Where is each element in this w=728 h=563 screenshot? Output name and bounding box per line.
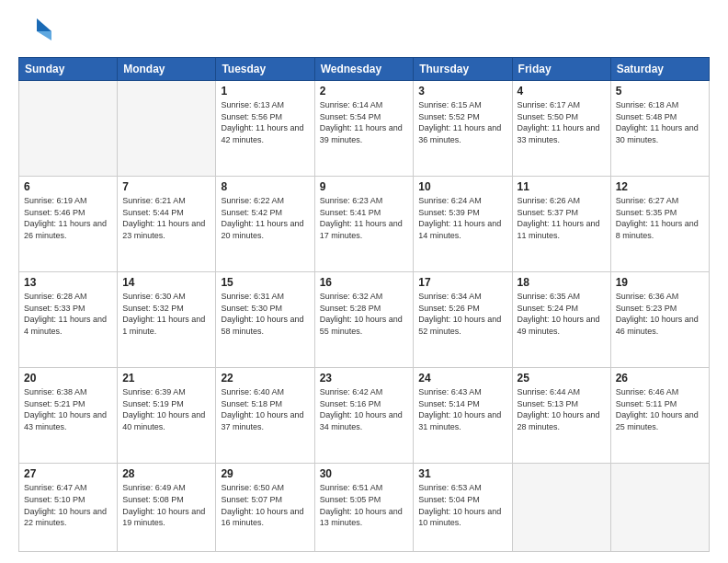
- day-number: 25: [518, 372, 606, 385]
- day-info: Sunrise: 6:49 AMSunset: 5:08 PMDaylight:…: [122, 482, 210, 528]
- table-cell: [19, 81, 118, 177]
- table-cell: 31Sunrise: 6:53 AMSunset: 5:04 PMDayligh…: [414, 464, 512, 552]
- day-info: Sunrise: 6:24 AMSunset: 5:39 PMDaylight:…: [418, 195, 506, 241]
- table-cell: 2Sunrise: 6:14 AMSunset: 5:54 PMDaylight…: [314, 81, 414, 177]
- day-number: 29: [221, 467, 309, 480]
- col-monday: Monday: [118, 58, 216, 81]
- day-number: 11: [518, 180, 606, 193]
- table-cell: 12Sunrise: 6:27 AMSunset: 5:35 PMDayligh…: [610, 177, 709, 272]
- calendar-header-row: Sunday Monday Tuesday Wednesday Thursday…: [19, 58, 710, 81]
- day-number: 16: [320, 276, 409, 289]
- day-number: 2: [320, 85, 409, 98]
- table-cell: 4Sunrise: 6:17 AMSunset: 5:50 PMDaylight…: [512, 81, 610, 177]
- day-number: 28: [122, 467, 210, 480]
- table-cell: 1Sunrise: 6:13 AMSunset: 5:56 PMDaylight…: [216, 81, 314, 177]
- day-info: Sunrise: 6:14 AMSunset: 5:54 PMDaylight:…: [320, 99, 409, 145]
- day-number: 6: [24, 180, 112, 193]
- day-number: 18: [518, 276, 606, 289]
- svg-marker-0: [37, 18, 51, 31]
- day-number: 27: [24, 467, 112, 480]
- table-cell: [118, 81, 216, 177]
- day-info: Sunrise: 6:43 AMSunset: 5:14 PMDaylight:…: [418, 386, 506, 432]
- day-info: Sunrise: 6:38 AMSunset: 5:21 PMDaylight:…: [24, 386, 112, 432]
- day-info: Sunrise: 6:42 AMSunset: 5:16 PMDaylight:…: [320, 386, 409, 432]
- day-info: Sunrise: 6:26 AMSunset: 5:37 PMDaylight:…: [518, 195, 606, 241]
- day-info: Sunrise: 6:17 AMSunset: 5:50 PMDaylight:…: [518, 99, 606, 145]
- day-number: 7: [122, 180, 210, 193]
- table-cell: 8Sunrise: 6:22 AMSunset: 5:42 PMDaylight…: [216, 177, 314, 272]
- col-thursday: Thursday: [414, 58, 512, 81]
- day-info: Sunrise: 6:51 AMSunset: 5:05 PMDaylight:…: [320, 482, 409, 528]
- day-info: Sunrise: 6:13 AMSunset: 5:56 PMDaylight:…: [221, 99, 309, 145]
- table-cell: 23Sunrise: 6:42 AMSunset: 5:16 PMDayligh…: [314, 368, 414, 464]
- day-info: Sunrise: 6:15 AMSunset: 5:52 PMDaylight:…: [418, 99, 506, 145]
- day-number: 10: [418, 180, 506, 193]
- table-cell: 13Sunrise: 6:28 AMSunset: 5:33 PMDayligh…: [19, 272, 118, 368]
- table-cell: 29Sunrise: 6:50 AMSunset: 5:07 PMDayligh…: [216, 464, 314, 552]
- day-number: 26: [616, 372, 704, 385]
- table-cell: 6Sunrise: 6:19 AMSunset: 5:46 PMDaylight…: [19, 177, 118, 272]
- day-number: 21: [122, 372, 210, 385]
- day-info: Sunrise: 6:34 AMSunset: 5:26 PMDaylight:…: [418, 291, 506, 337]
- table-cell: 18Sunrise: 6:35 AMSunset: 5:24 PMDayligh…: [512, 272, 610, 368]
- day-info: Sunrise: 6:47 AMSunset: 5:10 PMDaylight:…: [24, 482, 112, 528]
- day-info: Sunrise: 6:22 AMSunset: 5:42 PMDaylight:…: [221, 195, 309, 241]
- day-info: Sunrise: 6:27 AMSunset: 5:35 PMDaylight:…: [616, 195, 704, 241]
- day-info: Sunrise: 6:21 AMSunset: 5:44 PMDaylight:…: [122, 195, 210, 241]
- day-info: Sunrise: 6:32 AMSunset: 5:28 PMDaylight:…: [320, 291, 409, 337]
- day-number: 14: [122, 276, 210, 289]
- table-cell: 14Sunrise: 6:30 AMSunset: 5:32 PMDayligh…: [118, 272, 216, 368]
- day-info: Sunrise: 6:28 AMSunset: 5:33 PMDaylight:…: [24, 291, 112, 337]
- day-info: Sunrise: 6:18 AMSunset: 5:48 PMDaylight:…: [616, 99, 704, 145]
- day-number: 4: [518, 85, 606, 98]
- day-number: 12: [616, 180, 704, 193]
- col-friday: Friday: [512, 58, 610, 81]
- day-info: Sunrise: 6:36 AMSunset: 5:23 PMDaylight:…: [616, 291, 704, 337]
- day-info: Sunrise: 6:19 AMSunset: 5:46 PMDaylight:…: [24, 195, 112, 241]
- header: [18, 15, 710, 48]
- table-cell: 26Sunrise: 6:46 AMSunset: 5:11 PMDayligh…: [610, 368, 709, 464]
- day-info: Sunrise: 6:35 AMSunset: 5:24 PMDaylight:…: [518, 291, 606, 337]
- table-cell: [610, 464, 709, 552]
- svg-marker-1: [37, 31, 51, 40]
- day-info: Sunrise: 6:40 AMSunset: 5:18 PMDaylight:…: [221, 386, 309, 432]
- table-cell: 19Sunrise: 6:36 AMSunset: 5:23 PMDayligh…: [610, 272, 709, 368]
- day-number: 30: [320, 467, 409, 480]
- table-cell: 10Sunrise: 6:24 AMSunset: 5:39 PMDayligh…: [414, 177, 512, 272]
- table-cell: 7Sunrise: 6:21 AMSunset: 5:44 PMDaylight…: [118, 177, 216, 272]
- day-number: 23: [320, 372, 409, 385]
- day-number: 15: [221, 276, 309, 289]
- table-cell: 25Sunrise: 6:44 AMSunset: 5:13 PMDayligh…: [512, 368, 610, 464]
- table-cell: 28Sunrise: 6:49 AMSunset: 5:08 PMDayligh…: [118, 464, 216, 552]
- table-cell: 16Sunrise: 6:32 AMSunset: 5:28 PMDayligh…: [314, 272, 414, 368]
- day-number: 1: [221, 85, 309, 98]
- day-info: Sunrise: 6:50 AMSunset: 5:07 PMDaylight:…: [221, 482, 309, 528]
- day-info: Sunrise: 6:30 AMSunset: 5:32 PMDaylight:…: [122, 291, 210, 337]
- day-info: Sunrise: 6:44 AMSunset: 5:13 PMDaylight:…: [518, 386, 606, 432]
- logo: [18, 15, 55, 48]
- table-cell: [512, 464, 610, 552]
- day-number: 24: [418, 372, 506, 385]
- day-number: 22: [221, 372, 309, 385]
- day-number: 17: [418, 276, 506, 289]
- table-cell: 27Sunrise: 6:47 AMSunset: 5:10 PMDayligh…: [19, 464, 118, 552]
- col-saturday: Saturday: [610, 58, 709, 81]
- table-cell: 24Sunrise: 6:43 AMSunset: 5:14 PMDayligh…: [414, 368, 512, 464]
- day-number: 31: [418, 467, 506, 480]
- day-info: Sunrise: 6:53 AMSunset: 5:04 PMDaylight:…: [418, 482, 506, 528]
- table-cell: 11Sunrise: 6:26 AMSunset: 5:37 PMDayligh…: [512, 177, 610, 272]
- table-cell: 22Sunrise: 6:40 AMSunset: 5:18 PMDayligh…: [216, 368, 314, 464]
- day-info: Sunrise: 6:46 AMSunset: 5:11 PMDaylight:…: [616, 386, 704, 432]
- col-wednesday: Wednesday: [314, 58, 414, 81]
- table-cell: 20Sunrise: 6:38 AMSunset: 5:21 PMDayligh…: [19, 368, 118, 464]
- table-cell: 21Sunrise: 6:39 AMSunset: 5:19 PMDayligh…: [118, 368, 216, 464]
- day-number: 3: [418, 85, 506, 98]
- day-number: 8: [221, 180, 309, 193]
- day-number: 20: [24, 372, 112, 385]
- table-cell: 9Sunrise: 6:23 AMSunset: 5:41 PMDaylight…: [314, 177, 414, 272]
- day-info: Sunrise: 6:31 AMSunset: 5:30 PMDaylight:…: [221, 291, 309, 337]
- logo-icon: [18, 15, 51, 48]
- col-sunday: Sunday: [19, 58, 118, 81]
- day-info: Sunrise: 6:39 AMSunset: 5:19 PMDaylight:…: [122, 386, 210, 432]
- table-cell: 3Sunrise: 6:15 AMSunset: 5:52 PMDaylight…: [414, 81, 512, 177]
